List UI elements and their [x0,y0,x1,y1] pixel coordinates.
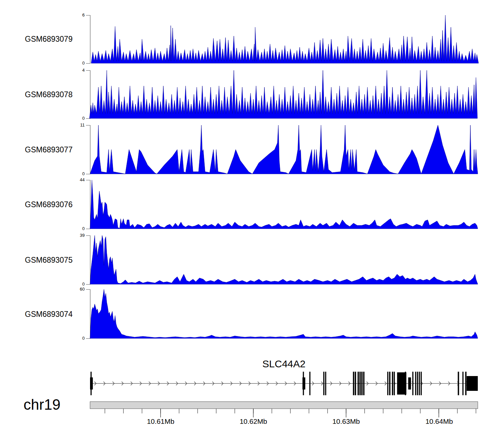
coverage-track-GSM6893079 [86,15,478,64]
exon-l [303,372,304,395]
y-max-label-track6: 60 [60,287,85,292]
y-max-label-track3: 11 [60,122,85,128]
exon-l [387,372,388,395]
coverage-area [90,125,478,174]
coverage-track-GSM6893074 [86,289,478,339]
exon-l [417,372,418,395]
exon-b [467,376,478,391]
coverage-area [91,15,478,63]
track-label-gsm6893074: GSM6893074 [25,309,92,319]
exon-l [415,372,416,395]
coverage-track-GSM6893078 [86,70,477,119]
exon-l [458,372,459,395]
exon-u [408,377,411,390]
y-max-label-track1: 6 [60,12,85,18]
coverage-area [90,180,478,229]
exon-l [309,372,310,395]
genome-tracks-graphic [0,0,504,444]
coverage-area [90,289,478,338]
track-label-gsm6893075: GSM6893075 [25,255,92,265]
coverage-track-GSM6893077 [86,125,478,174]
exon-l [421,372,422,395]
axis-tick-label-10-62mb: 10.62Mb [233,417,274,426]
track-label-gsm6893076: GSM6893076 [25,199,92,210]
coverage-track-GSM6893076 [86,180,478,229]
chromosome-label: chr19 [24,397,97,412]
y-max-label-track2: 4 [60,68,85,73]
axis-tick-label-10-64mb: 10.64Mb [419,417,459,426]
exon-l [325,372,326,395]
exon-l [405,372,406,395]
exon-l [394,372,395,395]
track-label-gsm6893077: GSM6893077 [25,145,92,155]
axis-tick-label-10-61mb: 10.61Mb [140,417,181,426]
y-zero-label-track6: 0 [60,336,85,341]
chromosome-bar [90,402,478,409]
track-label-gsm6893078: GSM6893078 [25,89,92,100]
exon-l [419,372,420,395]
coverage-area [89,70,477,118]
gene-name-label: SLC44A2 [250,359,318,369]
y-zero-label-track2: 0 [60,116,85,121]
coverage-track-GSM6893075 [86,235,478,285]
exon-l [90,372,91,395]
exon-l [462,372,463,395]
exon-l [465,372,467,395]
genome-axis [90,402,478,417]
exon-l [412,372,413,395]
exon-l [358,372,359,395]
exon-l [323,372,324,395]
track-label-gsm6893079: GSM6893079 [25,34,92,44]
exon-l [355,372,356,395]
exon-l [353,372,354,395]
genome-browser-view: GSM6893079 GSM6893078 GSM6893077 GSM6893… [0,0,504,444]
exon-l [392,372,393,395]
y-zero-label-track5: 0 [60,282,85,287]
gene-model-SLC44A2 [90,372,478,395]
y-zero-label-track4: 0 [60,226,85,231]
y-zero-label-track3: 0 [60,171,85,177]
y-zero-label-track1: 0 [60,61,85,66]
y-max-label-track4: 44 [60,177,85,183]
exon-l [361,372,363,395]
coverage-area [90,235,478,284]
exon-l [389,372,390,395]
exon-l [363,372,365,395]
exon-l [360,372,361,395]
axis-tick-label-10-63mb: 10.63Mb [326,417,366,426]
y-max-label-track5: 39 [60,233,85,238]
